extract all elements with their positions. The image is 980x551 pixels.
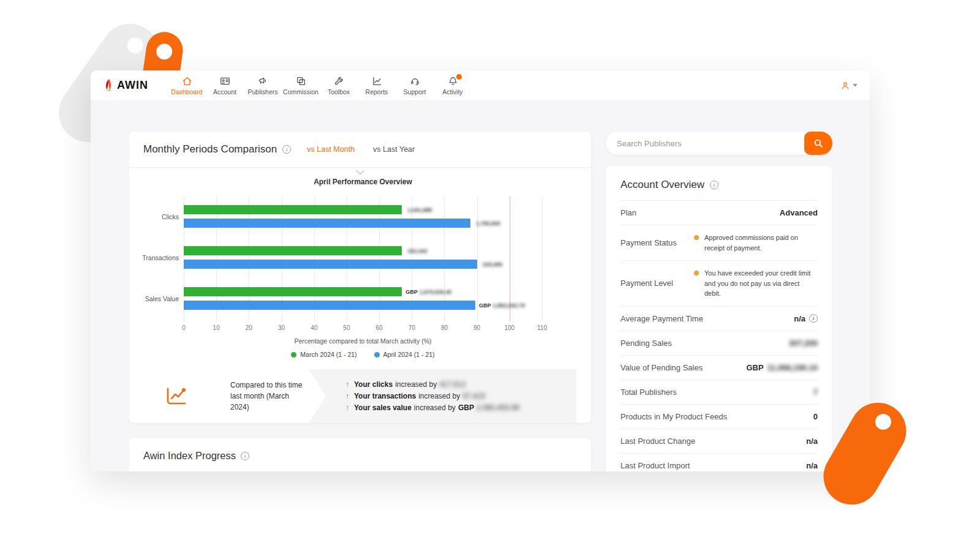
chart-title: April Performance Overview (184, 178, 542, 186)
info-icon[interactable]: i (809, 314, 818, 323)
summary-sales-value: ↑ Your sales valueincreased by GBP 2,060… (345, 403, 519, 412)
category-label: Transactions (125, 254, 179, 261)
up-arrow-icon: ↑ (345, 380, 349, 389)
bar-april-clicks: 1,765,600 (184, 219, 470, 228)
content-area: Monthly Periods Comparison i vs Last Mon… (91, 101, 870, 471)
user-menu[interactable] (840, 81, 858, 91)
info-icon[interactable]: i (710, 181, 718, 189)
bar-group-transactions: Transactions 162,442 225,065 (184, 246, 542, 269)
nav-reports[interactable]: Reports (359, 73, 394, 98)
comparison-summary: Compared to this time last month (March … (143, 369, 576, 423)
card-title: Awin Index Progress i (143, 450, 576, 462)
headset-icon (410, 76, 420, 86)
chart-increase-icon (165, 386, 187, 406)
nav-publishers[interactable]: Publishers (245, 73, 281, 98)
card-title: Account Overview i (620, 166, 818, 201)
row-payment-level: Payment Level You have exceeded your cre… (620, 261, 818, 307)
category-label: Sales Value (125, 295, 179, 302)
bar-group-sales-value: Sales Value GBP1,675,639.40 GBP1,892,093… (184, 287, 542, 310)
up-arrow-icon: ↑ (345, 403, 349, 412)
x-axis: 0 10 20 30 40 50 60 70 80 90 100 110 (184, 324, 542, 334)
bell-icon (448, 76, 458, 86)
legend-april: April 2024 (1 - 21) (374, 351, 435, 358)
notification-badge (456, 74, 462, 80)
search-icon (813, 138, 823, 148)
stacked-cards-icon (296, 76, 306, 86)
row-payment-status: Payment Status Approved commissions paid… (620, 225, 818, 261)
legend-dot-april (374, 352, 380, 358)
awin-flame-icon (103, 78, 115, 93)
legend-march: March 2024 (1 - 21) (291, 351, 356, 358)
user-icon (840, 81, 850, 91)
legend-dot-march (291, 352, 296, 358)
nav-support[interactable]: Support (397, 73, 432, 98)
awin-logo[interactable]: AWIN (103, 78, 148, 93)
id-card-icon (220, 76, 230, 86)
nav-label: Account (213, 88, 236, 96)
summary-transactions: ↑ Your transactionsincreased by 57,423 (345, 392, 519, 400)
nav-toolbox[interactable]: Toolbox (321, 73, 356, 98)
summary-lines: ↑ Your clicksincreased by 417,512 ↑ Your… (345, 380, 519, 412)
nav-label: Commission (283, 88, 318, 96)
brand-name: AWIN (117, 79, 148, 92)
performance-chart: April Performance Overview Clicks 1,04 (129, 168, 591, 358)
row-value-of-pending-sales: Value of Pending Sales GBP 11,066,190.10 (620, 356, 818, 380)
monthly-card-header: Monthly Periods Comparison i vs Last Mon… (129, 132, 591, 168)
bar-march-sales-value: GBP1,675,639.40 (184, 287, 402, 296)
row-products-in-feeds: Products in My Product Feeds 0 (620, 405, 818, 429)
category-label: Clicks (125, 213, 179, 220)
nav-label: Toolbox (328, 88, 350, 96)
tab-vs-last-month[interactable]: vs Last Month (307, 145, 355, 154)
nav-label: Activity (442, 88, 462, 96)
summary-context: Compared to this time last month (March … (230, 380, 304, 413)
bar-march-transactions: 162,442 (184, 246, 402, 255)
info-icon[interactable]: i (241, 452, 249, 460)
status-dot (694, 271, 699, 276)
comparison-tabs: vs Last Month vs Last Year (307, 145, 415, 154)
awin-dashboard-window: AWIN Dashboard Account (91, 70, 870, 471)
megaphone-icon (258, 76, 268, 86)
nav-label: Support (404, 88, 426, 96)
account-overview-card: Account Overview i Plan Advanced Payment… (606, 166, 832, 471)
summary-clicks: ↑ Your clicksincreased by 417,512 (345, 380, 519, 389)
bar-april-sales-value: GBP1,892,093.79 (184, 301, 475, 310)
bar-march-clicks: 1,041,988 (184, 205, 402, 214)
row-plan: Plan Advanced (620, 201, 818, 225)
search-button[interactable] (804, 132, 832, 155)
nav-commission[interactable]: Commission (283, 73, 318, 98)
status-dot (694, 235, 699, 240)
bar-april-transactions: 225,065 (184, 260, 477, 269)
bar-group-clicks: Clicks 1,041,988 1,765,600 (184, 205, 542, 228)
nav-label: Reports (366, 88, 388, 96)
chevron-down-icon (853, 84, 858, 87)
plot-area: Clicks 1,041,988 1,765,600 Transactions (184, 196, 542, 321)
row-last-product-change: Last Product Change n/a (620, 429, 818, 454)
chart-legend: March 2024 (1 - 21) April 2024 (1 - 21) (184, 351, 542, 358)
wrench-icon (334, 76, 344, 86)
monthly-periods-card: Monthly Periods Comparison i vs Last Mon… (129, 132, 591, 423)
x-axis-label: Percentage compared to total March activ… (184, 337, 542, 345)
awin-index-card: Awin Index Progress i (129, 438, 591, 471)
row-average-payment-time: Average Payment Time n/a i (620, 307, 818, 331)
card-title: Monthly Periods Comparison (143, 143, 277, 156)
up-arrow-icon: ↑ (345, 392, 349, 400)
nav-account[interactable]: Account (207, 73, 243, 98)
nav-label: Publishers (247, 88, 277, 96)
row-last-product-import: Last Product Import n/a (620, 454, 818, 472)
row-pending-sales: Pending Sales 307,200 (620, 331, 818, 356)
top-navbar: AWIN Dashboard Account (91, 70, 870, 101)
nav-dashboard[interactable]: Dashboard (169, 73, 205, 98)
nav-activity[interactable]: Activity (435, 73, 470, 98)
main-nav: Dashboard Account Publishers (169, 73, 470, 98)
home-icon (182, 76, 192, 86)
tab-vs-last-year[interactable]: vs Last Year (373, 145, 415, 154)
publisher-search (606, 132, 832, 155)
line-chart-icon (372, 76, 382, 86)
search-input[interactable] (606, 139, 832, 148)
row-total-publishers: Total Publishers 7 (620, 380, 818, 405)
info-icon[interactable]: i (282, 145, 291, 154)
nav-label: Dashboard (171, 88, 202, 96)
